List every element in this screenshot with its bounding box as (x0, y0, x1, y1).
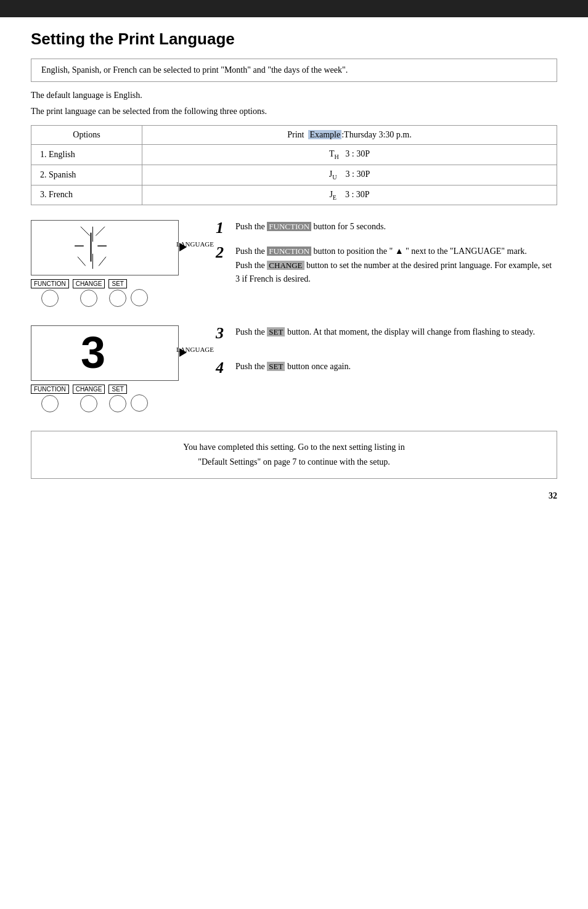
function-btn-label-2: FUNCTION (31, 385, 69, 394)
print-english: TH 3 : 30P (142, 145, 557, 165)
svg-line-2 (96, 227, 105, 236)
table-row: 2. Spanish JU 3 : 30P (31, 165, 557, 185)
set-highlight-1: SET (267, 327, 285, 336)
svg-line-0 (81, 227, 90, 236)
set-btn-label-2: SET (108, 385, 126, 394)
page-title: Setting the Print Language (31, 30, 557, 49)
page-number: 32 (31, 491, 557, 501)
language-label-1: LANGUAGE (176, 240, 214, 248)
info-box-text: English, Spanish, or French can be selec… (41, 65, 348, 75)
diagram-1: LANGUAGE FUNCTION CHANGE SET (31, 220, 203, 307)
function-btn-circle-2 (41, 395, 59, 412)
step-2: 2 Push the FUNCTION button to position t… (216, 245, 557, 286)
col-print-example: Print Example:Thursday 3:30 p.m. (142, 126, 557, 145)
step-4-text: Push the SET button once again. (235, 360, 557, 373)
step-1: 1 Push the FUNCTION button for 5 seconds… (216, 220, 557, 236)
extra-btn-circle-1 (131, 289, 148, 306)
section-steps-3-4: 3 LANGUAGE FUNCTION CHANGE SET (31, 325, 557, 412)
step-1-num: 1 (216, 220, 233, 236)
digit-display: 3 (81, 327, 105, 378)
step-2-text: Push the FUNCTION button to position the… (235, 245, 557, 286)
print-lang-intro: The print language can be selected from … (31, 107, 557, 116)
function-btn-label-1: FUNCTION (31, 279, 69, 288)
step-2-num: 2 (216, 245, 233, 261)
table-row: 3. French JE 3 : 30P (31, 185, 557, 205)
step-3-num: 3 (216, 325, 233, 341)
section-steps-1-2: LANGUAGE FUNCTION CHANGE SET (31, 220, 557, 307)
set-btn-circle-2 (109, 395, 126, 412)
step-3: 3 Push the SET button. At that moment, t… (216, 325, 557, 341)
right-steps-1-2: 1 Push the FUNCTION button for 5 seconds… (216, 220, 557, 295)
change-highlight-1: CHANGE (267, 261, 304, 270)
option-spanish: 2. Spanish (31, 165, 142, 185)
table-row: 1. English TH 3 : 30P (31, 145, 557, 165)
svg-line-5 (78, 257, 86, 266)
svg-line-7 (99, 257, 106, 266)
function-btn-circle-1 (41, 290, 59, 307)
language-label-2: LANGUAGE (176, 346, 214, 353)
default-lang-text: The default language is English. (31, 91, 557, 100)
diagram-2: 3 LANGUAGE FUNCTION CHANGE SET (31, 325, 203, 412)
function-highlight-1: FUNCTION (267, 222, 311, 231)
step-4-num: 4 (216, 360, 233, 376)
print-spanish: JU 3 : 30P (142, 165, 557, 185)
diagram-svg-1 (31, 221, 178, 275)
change-btn-label-1: CHANGE (73, 279, 105, 288)
diagram-box-2: 3 LANGUAGE (31, 325, 179, 381)
page-content: Setting the Print Language English, Span… (0, 17, 588, 520)
completion-line-2: "Default Settings" on page 7 to continue… (198, 457, 390, 467)
right-steps-3-4: 3 Push the SET button. At that moment, t… (216, 325, 557, 385)
option-english: 1. English (31, 145, 142, 165)
change-btn-circle-2 (80, 395, 97, 412)
change-btn-circle-1 (80, 290, 97, 307)
change-btn-label-2: CHANGE (73, 385, 105, 394)
diagram-box-1: LANGUAGE (31, 220, 179, 275)
col-options: Options (31, 126, 142, 145)
option-french: 3. French (31, 185, 142, 205)
function-highlight-2: FUNCTION (267, 247, 311, 256)
completion-line-1: You have completed this setting. Go to t… (183, 442, 404, 452)
options-table: Options Print Example:Thursday 3:30 p.m.… (31, 125, 557, 205)
header-bar (0, 0, 588, 17)
completion-box: You have completed this setting. Go to t… (31, 431, 557, 479)
print-french: JE 3 : 30P (142, 185, 557, 205)
set-btn-circle-1 (109, 290, 126, 307)
diagram-buttons-1: FUNCTION CHANGE SET (31, 279, 203, 307)
set-btn-label-1: SET (108, 279, 126, 288)
empty-btn-label-2 (134, 385, 144, 393)
set-highlight-2: SET (267, 362, 285, 371)
step-4: 4 Push the SET button once again. (216, 360, 557, 376)
info-box: English, Spanish, or French can be selec… (31, 59, 557, 82)
empty-btn-label-1 (134, 280, 144, 288)
extra-btn-circle-2 (131, 394, 148, 412)
step-3-text: Push the SET button. At that moment, the… (235, 325, 557, 339)
step-1-text: Push the FUNCTION button for 5 seconds. (235, 220, 557, 234)
diagram-buttons-2: FUNCTION CHANGE SET (31, 385, 203, 412)
